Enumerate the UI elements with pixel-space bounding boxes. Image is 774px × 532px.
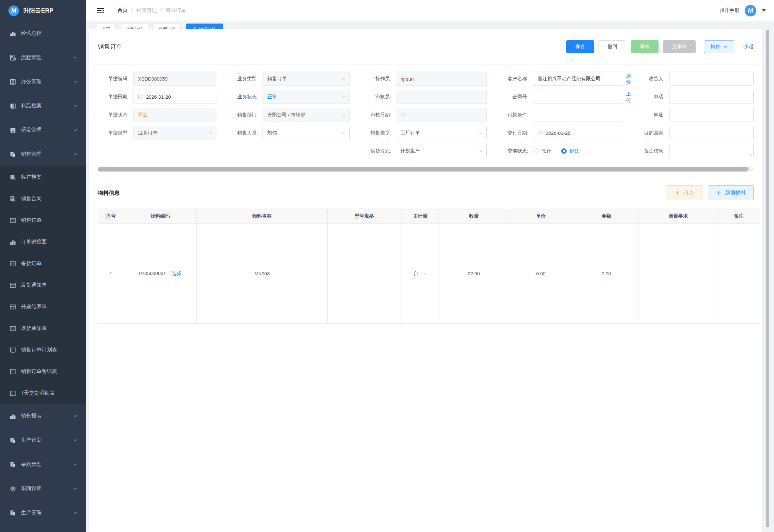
actions-dropdown-button[interactable]: 操作 xyxy=(704,40,734,53)
caret-down-icon[interactable] xyxy=(762,9,766,12)
sidebar-item-materials-archive[interactable]: 料品档案 xyxy=(0,94,86,118)
dest-country-input[interactable] xyxy=(669,126,754,140)
sidebar-item-business-overview[interactable]: 经营总控 xyxy=(0,21,86,45)
breadcrumb-item[interactable]: 销售管理 xyxy=(136,7,157,14)
sidebar-item-label: 经营总控 xyxy=(21,30,78,37)
material-select-link[interactable]: 选择 xyxy=(172,271,182,276)
auditor-input[interactable] xyxy=(396,90,487,104)
biz-status-value: 正常 xyxy=(267,94,277,100)
sidebar-item-sales-report[interactable]: 销售报表 xyxy=(0,404,86,428)
sidebar-item-rnd-mgmt[interactable]: 研发管理 xyxy=(0,118,86,142)
sidebar-item-production-plan[interactable]: 生产计划 xyxy=(0,428,86,452)
avatar[interactable]: M xyxy=(745,5,756,16)
sidebar-item-sales-order-plan-report[interactable]: 销售订单计划表 xyxy=(0,339,86,361)
vertical-scrollbar[interactable] xyxy=(765,29,770,532)
delivery-status-radio-1[interactable]: 确认 xyxy=(561,148,579,154)
tab-view-order[interactable]: 查看订单 xyxy=(154,24,181,29)
field-biz-status: 业务状态:正常 xyxy=(227,90,350,104)
main-area: 首页/销售管理/编辑订单 操作手册 M 首页销售订单查看订单编辑订单 销售订单 … xyxy=(86,0,774,532)
sidebar-item-sales-mgmt[interactable]: 销售管理 xyxy=(0,142,86,166)
supply-mode-input[interactable]: 计划生产 xyxy=(396,144,487,158)
breadcrumb-item[interactable]: 编辑订单 xyxy=(165,7,186,14)
add-material-label: 新增物料 xyxy=(725,190,746,196)
biz-status-input[interactable]: 正常 xyxy=(263,90,350,104)
tab-strip: 首页销售订单查看订单编辑订单 xyxy=(86,21,774,29)
horizontal-scrollbar-thumb[interactable] xyxy=(98,167,749,172)
audit-button[interactable]: 审核 xyxy=(631,40,659,53)
phone-input[interactable] xyxy=(669,90,754,104)
customer-name-side-link[interactable]: 选择 xyxy=(626,72,631,86)
chevron-down-icon xyxy=(479,149,483,153)
delivery-status-radio-group: 预计确认 xyxy=(533,148,623,154)
cell-spec xyxy=(328,224,401,324)
address-label: 地址: xyxy=(634,112,665,118)
cell-seq: 1 xyxy=(98,224,124,324)
payment-terms-input[interactable] xyxy=(533,108,623,122)
flow-doc-icon xyxy=(10,54,16,61)
sidebar-item-processing-workshop[interactable]: 加工车间 xyxy=(0,525,86,532)
doc-type-input[interactable]: 业务订单 xyxy=(133,126,216,140)
calendar-icon xyxy=(538,130,543,135)
delivery-date-input[interactable]: 2026-01-20 xyxy=(533,126,623,140)
contract-no-input[interactable]: 上传 xyxy=(533,90,623,104)
material-section-title: 物料信息 xyxy=(98,189,120,197)
withdraw-button[interactable]: 撤回 xyxy=(599,40,626,53)
import-button[interactable]: 引入 xyxy=(666,185,703,200)
tab-edit-order[interactable]: 编辑订单 xyxy=(186,24,223,29)
sidebar-item-purchase-mgmt[interactable]: 采购管理 xyxy=(0,452,86,477)
sidebar-item-order-progress-chart[interactable]: 订单进度图 xyxy=(0,231,86,253)
unaudit-button[interactable]: 反审核 xyxy=(663,40,696,53)
field-auditor: 审核员: xyxy=(360,90,487,104)
tab-home[interactable]: 首页 xyxy=(97,24,115,29)
sidebar-item-label: 办公管理 xyxy=(21,78,73,85)
sidebar-item-label: 采购管理 xyxy=(21,461,73,468)
operator-input[interactable]: njrsun xyxy=(396,72,487,86)
add-material-button[interactable]: 新增物料 xyxy=(708,185,754,200)
form-column-4: 客户名称:浙江裕兴不动产经纪有限公司选择合同号:上传付款条件:交付日期:2026… xyxy=(497,72,623,158)
horizontal-scrollbar[interactable] xyxy=(98,167,754,172)
field-delivery-date: 交付日期:2026-01-20 xyxy=(497,126,623,140)
sidebar-item-stock-order[interactable]: 备货订单 xyxy=(0,253,86,274)
sidebar-item-production-mgmt[interactable]: 生产管理 xyxy=(0,501,86,525)
sidebar-item-7day-delivery-report[interactable]: 7天交货明细表 xyxy=(0,382,86,404)
collapse-link[interactable]: 收起 xyxy=(743,43,754,50)
breadcrumb-item[interactable]: 首页 xyxy=(117,7,128,14)
chevron-down-icon xyxy=(73,55,78,60)
sidebar-item-return-notice[interactable]: 退货通知单 xyxy=(0,318,86,339)
doc-date-input[interactable]: 2026-01-20 xyxy=(133,90,216,104)
contract-no-side-link[interactable]: 上传 xyxy=(626,90,631,104)
table-grid-icon xyxy=(10,217,16,224)
unit-select[interactable]: 台 xyxy=(413,271,427,277)
actions-label: 操作 xyxy=(710,44,720,50)
radio-label: 确认 xyxy=(570,148,579,154)
manual-link[interactable]: 操作手册 xyxy=(720,7,739,14)
biz-type-input[interactable]: 销售订单 xyxy=(263,72,350,86)
customer-name-input[interactable]: 浙江裕兴不动产经纪有限公司选择 xyxy=(533,72,623,86)
sidebar-item-sales-order[interactable]: 销售订单 xyxy=(0,210,86,231)
doc-status-input[interactable]: 开立 xyxy=(133,108,216,122)
sidebar-item-workshop-settings[interactable]: 车间设置 xyxy=(0,477,86,501)
consignee-input[interactable] xyxy=(669,72,754,86)
sales-person-input[interactable]: 刘伟 xyxy=(263,126,350,140)
sidebar-item-invoice-settlement[interactable]: 开票结算单 xyxy=(0,296,86,318)
vertical-scrollbar-thumb[interactable] xyxy=(766,30,769,527)
sidebar-item-shipping-notice[interactable]: 发货通知单 xyxy=(0,274,86,296)
table-header-6: 单价 xyxy=(508,209,574,224)
sidebar-item-customer-archive[interactable]: 客户档案 xyxy=(0,166,86,188)
table-header-row: 序号物料编码物料名称型号规格主计量数量单价金额质量要求备注 xyxy=(98,209,760,224)
sidebar-item-office-mgmt[interactable]: 办公管理 xyxy=(0,70,86,94)
audit-date-input[interactable] xyxy=(396,108,487,122)
sales-dept-input[interactable]: 升阳公司 / 市场部 xyxy=(263,108,350,122)
menu-fold-icon[interactable] xyxy=(97,8,104,14)
remark-input[interactable] xyxy=(669,144,754,158)
tab-sales-order[interactable]: 销售订单 xyxy=(121,24,148,29)
save-button[interactable]: 保存 xyxy=(566,40,594,53)
sales-type-input[interactable]: 工厂订单 xyxy=(396,126,487,140)
delivery-status-radio-0[interactable]: 预计 xyxy=(533,148,551,154)
radio-circle-icon xyxy=(561,148,567,154)
doc-code-input[interactable]: XSDD000059 xyxy=(133,72,216,86)
sidebar-item-sales-order-detail-report[interactable]: 销售订单明细表 xyxy=(0,361,86,382)
sidebar-item-sales-contract[interactable]: 销售合同 xyxy=(0,188,86,210)
address-input[interactable] xyxy=(669,108,754,122)
sidebar-item-process-mgmt[interactable]: 流程管理 xyxy=(0,45,86,70)
